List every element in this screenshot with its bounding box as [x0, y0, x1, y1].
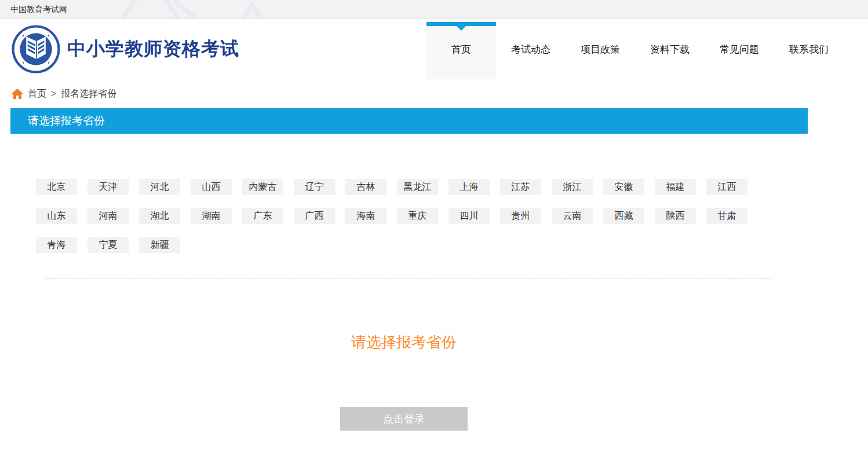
- nav-item-3[interactable]: 项目政策: [566, 19, 635, 79]
- province-button[interactable]: 青海: [36, 237, 77, 253]
- province-button[interactable]: 陕西: [655, 208, 696, 224]
- province-button[interactable]: 云南: [552, 208, 593, 224]
- province-button[interactable]: 江苏: [500, 179, 541, 195]
- mountain-watermark: [87, 0, 330, 19]
- province-button[interactable]: 湖南: [191, 208, 232, 224]
- province-button[interactable]: 内蒙古: [242, 179, 283, 195]
- province-button[interactable]: 湖北: [139, 208, 180, 224]
- province-button[interactable]: 河北: [139, 179, 180, 195]
- province-button[interactable]: 天津: [87, 179, 129, 195]
- nav-item-label: 常见问题: [720, 43, 759, 56]
- province-button[interactable]: 浙江: [552, 179, 593, 195]
- nav-item-1[interactable]: 首页: [426, 19, 496, 79]
- brand-title: 中小学教师资格考试: [67, 36, 239, 62]
- breadcrumb-separator: >: [51, 89, 56, 99]
- province-button[interactable]: 安徽: [603, 179, 644, 195]
- province-button[interactable]: 北京: [36, 179, 77, 195]
- section-banner-title: 请选择报考省份: [28, 113, 105, 128]
- province-section: 北京天津河北山西内蒙古辽宁吉林黑龙江上海江苏浙江安徽福建江西山东河南湖北湖南广东…: [0, 134, 808, 253]
- section-banner: 请选择报考省份: [10, 108, 808, 134]
- province-button[interactable]: 上海: [448, 179, 490, 195]
- nav-item-4[interactable]: 资料下载: [635, 19, 705, 79]
- province-button[interactable]: 山西: [191, 179, 232, 195]
- province-button[interactable]: 新疆: [139, 237, 180, 253]
- province-button[interactable]: 广西: [294, 208, 335, 224]
- province-button[interactable]: 辽宁: [294, 179, 335, 195]
- nav-item-5[interactable]: 常见问题: [705, 19, 774, 79]
- province-button[interactable]: 吉林: [345, 179, 386, 195]
- nav-item-6[interactable]: 联系我们: [774, 19, 844, 79]
- brand[interactable]: 中小学教师资格考试: [12, 25, 239, 74]
- province-button[interactable]: 福建: [655, 179, 696, 195]
- breadcrumb: 首页 > 报名选择省份: [0, 79, 868, 108]
- breadcrumb-home[interactable]: 首页: [28, 88, 46, 100]
- nav-item-label: 联系我们: [789, 43, 829, 56]
- main-nav: 首页考试动态项目政策资料下载常见问题联系我们: [426, 19, 844, 79]
- header: 中小学教师资格考试 首页考试动态项目政策资料下载常见问题联系我们: [0, 19, 868, 79]
- breadcrumb-current: 报名选择省份: [61, 88, 116, 100]
- login-row: 点击登录: [0, 407, 808, 431]
- province-button[interactable]: 河南: [87, 208, 129, 224]
- home-icon[interactable]: [12, 89, 23, 99]
- active-tab-indicator: [426, 22, 496, 26]
- province-button[interactable]: 四川: [448, 208, 490, 224]
- province-grid: 北京天津河北山西内蒙古辽宁吉林黑龙江上海江苏浙江安徽福建江西山东河南湖北湖南广东…: [36, 179, 772, 253]
- province-button[interactable]: 海南: [345, 208, 386, 224]
- province-button[interactable]: 江西: [706, 179, 747, 195]
- top-bar: 中国教育考试网: [0, 0, 868, 19]
- province-button[interactable]: 甘肃: [706, 208, 747, 224]
- nav-item-label: 考试动态: [511, 43, 550, 56]
- province-button[interactable]: 黑龙江: [397, 179, 438, 195]
- login-button[interactable]: 点击登录: [340, 407, 468, 431]
- nav-item-label: 项目政策: [581, 43, 620, 56]
- province-button[interactable]: 西藏: [603, 208, 644, 224]
- province-button[interactable]: 贵州: [500, 208, 541, 224]
- province-button[interactable]: 宁夏: [87, 237, 129, 253]
- dashed-divider: [45, 278, 771, 279]
- nav-item-label: 首页: [451, 43, 471, 56]
- nav-item-2[interactable]: 考试动态: [496, 19, 566, 79]
- site-name: 中国教育考试网: [10, 5, 67, 15]
- exam-logo-icon: [12, 25, 60, 74]
- province-button[interactable]: 重庆: [397, 208, 438, 224]
- province-button[interactable]: 山东: [36, 208, 77, 224]
- province-button[interactable]: 广东: [242, 208, 283, 224]
- select-province-message: 请选择报考省份: [0, 332, 808, 352]
- nav-item-label: 资料下载: [650, 43, 690, 56]
